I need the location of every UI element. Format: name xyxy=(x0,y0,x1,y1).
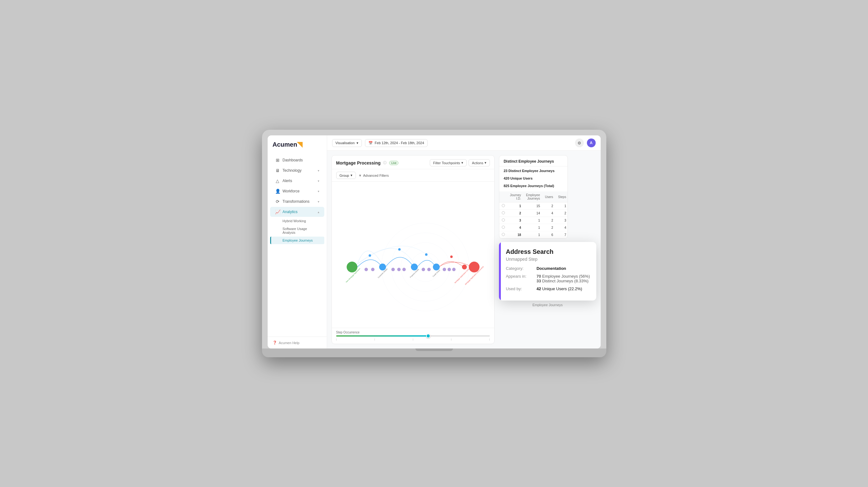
date-range-picker[interactable]: 📅 Feb 12th, 2024 - Feb 18th, 2024 xyxy=(365,139,428,147)
sidebar-sub-item-label: Software Usage Analysis xyxy=(283,227,319,234)
employee-journeys-cell: 1 xyxy=(524,217,542,224)
sidebar-item-label: Technology xyxy=(283,168,302,173)
total-journeys-count: 825 xyxy=(504,184,509,188)
stats-total-journeys: 825 Employee Journeys (Total) xyxy=(499,181,567,189)
sidebar-item-workforce[interactable]: 👤 Workforce ▾ xyxy=(270,186,324,196)
tooltip-accent-bar xyxy=(499,242,501,300)
slider-thumb[interactable] xyxy=(426,334,430,338)
tooltip-appears-in-distinct: 33 Distinct Journeys (8.33%) xyxy=(536,279,590,283)
sidebar-item-technology[interactable]: 🖥 Technology ▾ xyxy=(270,166,324,175)
svg-point-14 xyxy=(364,268,368,271)
distinct-label: Distinct Employee Journeys xyxy=(508,169,554,173)
chevron-down-icon: ▾ xyxy=(318,200,319,203)
svg-point-2 xyxy=(401,242,450,291)
sidebar: Acumen◥ ⊞ Dashboards 🖥 Technology ▾ △ Al… xyxy=(268,135,327,348)
svg-point-23 xyxy=(452,268,456,271)
table-header-steps: Steps xyxy=(556,192,567,202)
users-cell: 2 xyxy=(542,202,556,210)
svg-point-19 xyxy=(422,268,425,271)
table-row[interactable]: 4 1 2 4 xyxy=(499,224,567,231)
monitor-icon: 🖥 xyxy=(275,168,280,173)
sidebar-item-transformations[interactable]: ⟳ Transformations ▾ xyxy=(270,197,324,206)
slider-fill xyxy=(336,335,429,337)
table-header-employee-journeys: Employee Journeys xyxy=(524,192,542,202)
table-row[interactable]: 1 15 2 1 xyxy=(499,202,567,210)
svg-point-22 xyxy=(447,268,451,271)
advanced-filters-button[interactable]: ▼ Advanced Filters xyxy=(359,174,389,177)
journey-id-cell: 4 xyxy=(507,224,524,231)
sidebar-item-dashboards[interactable]: ⊞ Dashboards xyxy=(270,155,324,165)
sidebar-item-label: Transformations xyxy=(283,199,310,204)
distinct-count: 23 xyxy=(504,169,507,173)
row-radio[interactable] xyxy=(499,202,507,210)
info-icon[interactable]: ⓘ xyxy=(383,161,386,165)
actions-label: Actions xyxy=(472,161,483,165)
unique-users-count: 420 xyxy=(504,176,509,180)
sidebar-nav: ⊞ Dashboards 🖥 Technology ▾ △ Alerts ▾ xyxy=(268,155,327,337)
unique-users-label: Unique Users xyxy=(510,176,532,180)
filter-touchpoints-label: Filter Touchpoints xyxy=(433,161,460,165)
journey-id-cell: 3 xyxy=(507,217,524,224)
group-select[interactable]: Group ▾ xyxy=(336,172,356,179)
users-cell: 4 xyxy=(542,210,556,217)
svg-point-8 xyxy=(346,262,357,272)
table-row[interactable]: 2 14 4 2 xyxy=(499,210,567,217)
svg-point-16 xyxy=(391,268,395,271)
stats-unique-users: 420 Unique Users xyxy=(499,174,567,181)
users-cell: 2 xyxy=(542,217,556,224)
settings-button[interactable]: ⚙ xyxy=(575,139,584,147)
steps-cell: 3 xyxy=(556,217,567,224)
svg-point-7 xyxy=(450,255,453,258)
row-radio[interactable] xyxy=(499,210,507,217)
journey-id-cell: 18 xyxy=(507,231,524,238)
chevron-down-icon: ▾ xyxy=(356,141,359,145)
filter-touchpoints-button[interactable]: Filter Touchpoints ▾ xyxy=(430,159,467,166)
filter-bar: Group ▾ ▼ Advanced Filters xyxy=(332,169,494,182)
analytics-icon: 📈 xyxy=(275,209,280,214)
chevron-down-icon: ▾ xyxy=(350,173,352,177)
row-radio[interactable] xyxy=(499,217,507,224)
journey-id-cell: 2 xyxy=(507,210,524,217)
slider-label: Step Occurrence xyxy=(336,331,490,334)
employee-journeys-cell: 1 xyxy=(524,224,542,231)
distinct-employee-journeys-panel: Distinct Employee Journeys 23 Distinct E… xyxy=(499,155,568,239)
topbar: Visualisation ▾ 📅 Feb 12th, 2024 - Feb 1… xyxy=(327,135,601,151)
tooltip-category-value: Documentation xyxy=(536,266,566,271)
alert-icon: △ xyxy=(275,178,280,183)
steps-cell: 4 xyxy=(556,224,567,231)
sidebar-item-alerts[interactable]: △ Alerts ▾ xyxy=(270,176,324,186)
avatar-label: A xyxy=(590,141,593,145)
actions-button[interactable]: Actions ▾ xyxy=(469,159,490,166)
gear-icon: ⚙ xyxy=(578,141,581,145)
sidebar-item-hybrid-working[interactable]: Hybrid Working xyxy=(270,217,324,225)
tooltip-used-by-row: Used by: 42 Unique Users (22.2%) xyxy=(506,286,590,291)
tooltip-subtitle: Unmapped Step xyxy=(506,257,590,262)
panel-actions: Filter Touchpoints ▾ Actions ▾ xyxy=(430,159,490,166)
chevron-down-icon: ▾ xyxy=(485,161,487,165)
table-row[interactable]: 18 1 6 7 xyxy=(499,231,567,238)
row-radio[interactable] xyxy=(499,231,507,238)
filter-icon: ▼ xyxy=(359,174,362,177)
avatar[interactable]: A xyxy=(587,139,596,147)
sidebar-sub-item-label: Hybrid Working xyxy=(283,219,306,223)
sidebar-item-software-usage[interactable]: Software Usage Analysis xyxy=(270,225,324,236)
grid-icon: ⊞ xyxy=(275,157,280,163)
employee-journeys-cell: 14 xyxy=(524,210,542,217)
help-label[interactable]: Acumen Help xyxy=(279,341,300,345)
steps-cell: 2 xyxy=(556,210,567,217)
sidebar-sub-item-label: Employee Journeys xyxy=(283,238,313,242)
table-header-radio xyxy=(499,192,507,202)
transform-icon: ⟳ xyxy=(275,199,280,204)
sidebar-item-employee-journeys[interactable]: Employee Journeys xyxy=(270,237,324,244)
row-radio[interactable] xyxy=(499,224,507,231)
table-row[interactable]: 3 1 2 3 xyxy=(499,217,567,224)
tooltip-content: Address Search Unmapped Step Category: D… xyxy=(499,242,596,300)
right-panel-title: Distinct Employee Journeys xyxy=(499,155,567,166)
slider-track[interactable] xyxy=(336,335,490,337)
visualisation-select[interactable]: Visualisation ▾ xyxy=(332,139,362,147)
journey-visualization: New Mortgage Application Customer Detail… xyxy=(332,182,494,328)
tooltip-used-by-value: 42 Unique Users (22.2%) xyxy=(536,286,582,291)
employee-journeys-cell: 15 xyxy=(524,202,542,210)
sidebar-item-analytics[interactable]: 📈 Analytics ▴ xyxy=(270,207,324,217)
visualisation-label: Visualisation xyxy=(336,141,355,145)
